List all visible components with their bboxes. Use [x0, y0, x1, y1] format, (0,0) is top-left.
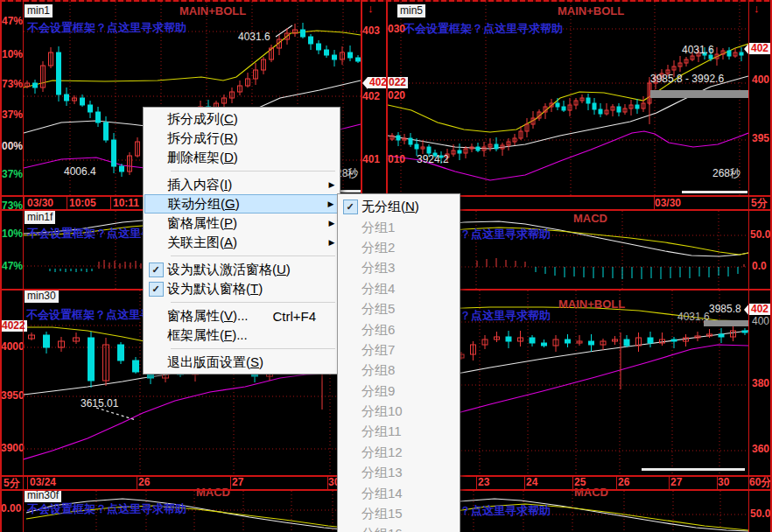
- submenu-item-分组15[interactable]: 分组15: [339, 504, 459, 524]
- context-menu: 拆分成列(C)拆分成行(R)删除框架(D)插入内容(I)▶联动分组(G)▶窗格属…: [143, 107, 340, 374]
- menu-item-C[interactable]: 拆分成列(C): [144, 109, 339, 129]
- menu-item-label: 拆分成列(C): [167, 111, 325, 128]
- menu-item-label: 关联主图(A): [167, 234, 325, 251]
- menu-item-G[interactable]: 联动分组(G)▶: [144, 194, 339, 214]
- menu-item-label: 删除框架(D): [167, 150, 325, 166]
- trading-workspace: 47%10%73%37%00%37%73%10%47%4022400039503…: [0, 0, 772, 532]
- submenu-item-label: 分组2: [361, 240, 459, 256]
- check-icon: ✓: [149, 282, 164, 297]
- submenu-item-label: 分组6: [361, 322, 459, 339]
- menu-item-T[interactable]: ✓设为默认窗格(T): [144, 279, 339, 298]
- menu-item-S[interactable]: 退出版面设置(S): [144, 353, 339, 372]
- check-icon: ✓: [343, 200, 358, 214]
- submenu-item-label: 分组16: [361, 526, 459, 532]
- menu-separator: [171, 302, 335, 303]
- help-link[interactable]: 不会设置框架？点这里寻求帮助: [27, 501, 186, 517]
- menu-item-P[interactable]: 窗格属性(P)▶: [144, 214, 339, 233]
- menu-item-label: 联动分组(G): [168, 196, 324, 213]
- submenu-item-分组12[interactable]: 分组12: [339, 443, 459, 463]
- menu-item-label: 设为默认窗格(T): [167, 281, 325, 298]
- submenu-item-label: 分组4: [361, 281, 459, 298]
- submenu-item-分组2[interactable]: 分组2: [339, 238, 459, 258]
- submenu-item-label: 分组12: [361, 444, 459, 461]
- menu-item-F[interactable]: 框架属性(F)...: [144, 326, 339, 345]
- help-link[interactable]: 不会设置框架？点这里寻求帮助: [27, 20, 186, 36]
- submenu-arrow-icon: ▶: [324, 200, 338, 208]
- menu-item-label: 退出版面设置(S): [167, 354, 325, 371]
- help-link[interactable]: 不会设置框架？点这里寻求帮助: [404, 21, 563, 37]
- menu-item-label: 窗格属性(V)...: [167, 308, 272, 325]
- submenu-item-label: 分组5: [361, 301, 459, 318]
- submenu-item-label: 无分组(N): [361, 199, 459, 215]
- submenu-item-分组13[interactable]: 分组13: [339, 463, 459, 483]
- submenu-item-分组16[interactable]: 分组16: [339, 524, 459, 532]
- submenu-item-分组4[interactable]: 分组4: [339, 279, 459, 299]
- submenu-item-label: 分组8: [361, 362, 459, 379]
- check-icon: ✓: [149, 262, 164, 277]
- submenu-item-label: 分组15: [361, 506, 459, 522]
- link-group-submenu: ✓无分组(N)分组1分组2分组3分组4分组5分组6分组7分组8分组9分组10分组…: [337, 193, 460, 532]
- menu-item-label: 拆分成行(R): [167, 130, 325, 147]
- submenu-item-分组9[interactable]: 分组9: [339, 382, 459, 402]
- menu-checkbox: ✓: [144, 262, 167, 277]
- menu-item-label: 框架属性(F)...: [167, 327, 325, 344]
- submenu-item-分组8[interactable]: 分组8: [339, 360, 459, 381]
- submenu-item-分组1[interactable]: 分组1: [339, 217, 459, 237]
- submenu-item-分组11[interactable]: 分组11: [339, 422, 459, 442]
- menu-separator: [171, 171, 335, 172]
- menu-checkbox: ✓: [144, 282, 167, 297]
- menu-item-D[interactable]: 删除框架(D): [144, 148, 339, 167]
- submenu-item-分组14[interactable]: 分组14: [339, 483, 459, 503]
- submenu-item-label: 分组11: [361, 424, 459, 440]
- submenu-item-label: 分组3: [361, 260, 459, 276]
- submenu-item-分组10[interactable]: 分组10: [339, 402, 459, 422]
- submenu-item-label: 分组9: [361, 383, 459, 400]
- menu-item-label: 窗格属性(P): [167, 215, 325, 232]
- menu-separator: [171, 348, 335, 349]
- submenu-item-分组7[interactable]: 分组7: [339, 340, 459, 360]
- submenu-item-分组6[interactable]: 分组6: [339, 319, 459, 340]
- submenu-item-label: 分组14: [361, 486, 459, 502]
- submenu-item-分组3[interactable]: 分组3: [339, 258, 459, 278]
- submenu-item-label: 分组10: [361, 403, 459, 420]
- menu-separator: [171, 256, 335, 256]
- menu-item-U[interactable]: ✓设为默认激活窗格(U): [144, 260, 339, 279]
- submenu-item-分组5[interactable]: 分组5: [339, 299, 459, 319]
- submenu-arrow-icon: ▶: [325, 180, 339, 189]
- menu-item-I[interactable]: 插入内容(I)▶: [144, 175, 339, 194]
- menu-item-R[interactable]: 拆分成行(R): [144, 129, 339, 148]
- menu-item-V[interactable]: 窗格属性(V)...Ctrl+F4: [144, 306, 339, 326]
- menu-item-label: 插入内容(I): [167, 177, 325, 193]
- submenu-item-label: 分组13: [361, 465, 459, 481]
- menu-item-label: 设为默认激活窗格(U): [167, 262, 325, 278]
- menu-checkbox: ✓: [339, 200, 361, 214]
- submenu-item-label: 分组7: [361, 342, 459, 359]
- submenu-item-label: 分组1: [361, 220, 459, 236]
- menu-shortcut: Ctrl+F4: [272, 309, 316, 324]
- submenu-item-N[interactable]: ✓无分组(N): [339, 197, 459, 217]
- menu-item-A[interactable]: 关联主图(A)▶: [144, 233, 339, 252]
